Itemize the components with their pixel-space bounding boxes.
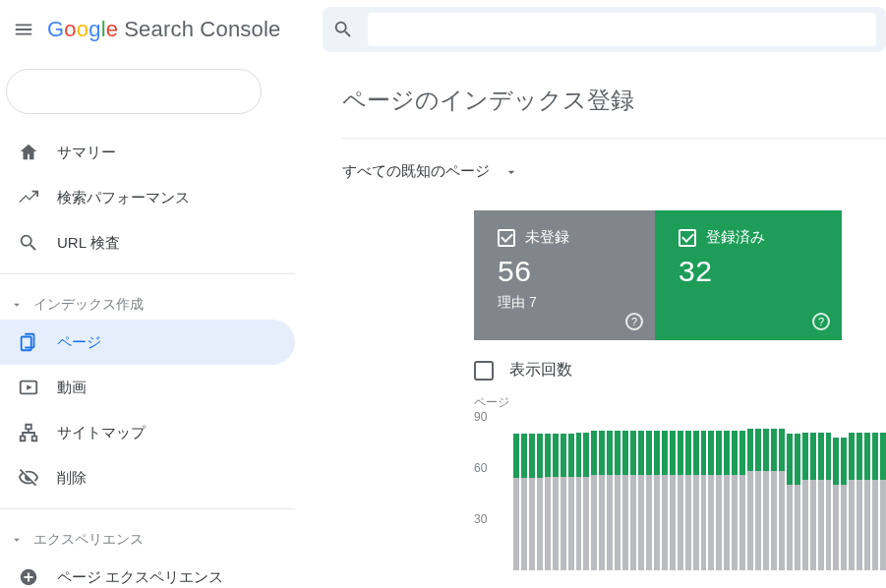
chart-bar [826, 433, 832, 570]
video-icon [18, 377, 39, 398]
chart-bar [810, 433, 816, 570]
chart-bar [521, 434, 527, 570]
divider [0, 273, 295, 274]
sidebar-item-label: サイトマップ [57, 424, 146, 442]
google-logo: Google [47, 17, 118, 42]
chart-bar [732, 431, 738, 570]
filter-label: すべての既知のページ [342, 162, 490, 181]
visibility-off-icon [18, 467, 39, 489]
checkbox-checked-icon [498, 229, 515, 247]
chart-bar [763, 429, 769, 570]
card-subtext: 理由 7 [498, 294, 631, 312]
chart: ページ 306090 [474, 394, 886, 570]
chart-bar [622, 431, 628, 570]
chart-bar [545, 434, 551, 570]
chart-bar [599, 431, 605, 570]
section-toggle-indexing[interactable]: インデックス作成 [0, 282, 295, 320]
chart-bar [864, 433, 870, 570]
status-cards: 未登録 56 理由 7 ? 登録済み 32 ? [474, 210, 886, 340]
chart-bar [615, 431, 620, 570]
chart-bar [716, 431, 722, 570]
chart-bar [513, 434, 519, 570]
property-selector[interactable] [6, 69, 262, 114]
chart-bar [849, 433, 855, 570]
info-icon[interactable]: ? [625, 313, 643, 330]
chart-bar [553, 434, 559, 570]
chart-bar [638, 431, 644, 570]
divider [0, 508, 295, 509]
chart-bar [856, 433, 862, 570]
card-value: 32 [679, 255, 818, 288]
chart-bar [880, 433, 886, 570]
chart-bar [646, 431, 652, 570]
sidebar-item-label: ページ エクスペリエンス [57, 568, 223, 587]
chart-bar [795, 434, 800, 570]
chart-bar [662, 431, 668, 570]
search-bar[interactable] [323, 7, 887, 52]
sidebar-item-pages[interactable]: ページ [0, 320, 295, 365]
sidebar-item-label: ページ [57, 333, 101, 352]
chart-bar [537, 434, 543, 570]
sidebar: サマリー 検索パフォーマンス URL 検査 インデックス作成 ページ 動画 サイ… [0, 59, 295, 588]
app-logo[interactable]: Google Search Console [47, 17, 281, 42]
pages-icon [18, 331, 39, 353]
chart-y-title: ページ [474, 394, 886, 411]
y-tick-label: 90 [474, 410, 487, 424]
chart-bar [701, 431, 707, 570]
page-filter-dropdown[interactable]: すべての既知のページ [342, 139, 886, 210]
home-icon [18, 142, 39, 163]
chart-bar [708, 431, 714, 570]
sidebar-item-page-experience[interactable]: ページ エクスペリエンス [0, 555, 295, 588]
page-title: ページのインデックス登録 [342, 59, 886, 138]
section-toggle-experience[interactable]: エクスペリエンス [0, 517, 295, 555]
sidebar-item-sitemap[interactable]: サイトマップ [0, 410, 295, 455]
chart-bar [561, 434, 566, 570]
sidebar-item-url-inspect[interactable]: URL 検査 [0, 220, 295, 265]
chevron-down-icon [503, 164, 519, 180]
chart-bar [678, 431, 683, 570]
chart-bar [576, 433, 582, 570]
chart-bar [529, 434, 535, 570]
sidebar-item-label: URL 検査 [57, 234, 120, 253]
chart-bar [693, 431, 699, 570]
chart-bar [787, 434, 793, 570]
checkbox-checked-icon [679, 229, 696, 247]
chart-bar [779, 429, 785, 570]
card-value: 56 [498, 255, 631, 288]
chart-bar [872, 433, 878, 570]
sidebar-item-label: 削除 [57, 469, 87, 488]
chart-bar [630, 431, 636, 570]
magnifier-icon [18, 232, 39, 254]
chart-bar [747, 429, 753, 570]
sidebar-item-label: サマリー [57, 144, 116, 162]
chart-bars [513, 417, 886, 570]
sidebar-item-video[interactable]: 動画 [0, 365, 295, 410]
impressions-toggle-row[interactable]: 表示回数 [474, 340, 886, 394]
sidebar-item-removals[interactable]: 削除 [0, 455, 295, 500]
y-tick-label: 60 [474, 461, 487, 475]
sidebar-item-summary[interactable]: サマリー [0, 130, 295, 175]
checkbox-unchecked-icon[interactable] [474, 361, 494, 381]
sidebar-item-performance[interactable]: 検索パフォーマンス [0, 175, 295, 220]
impressions-label: 表示回数 [509, 360, 572, 381]
search-icon [332, 19, 354, 40]
card-indexed[interactable]: 登録済み 32 ? [655, 210, 842, 340]
section-label: インデックス作成 [33, 296, 144, 314]
sidebar-item-label: 動画 [57, 379, 87, 397]
card-label: 登録済み [706, 228, 765, 247]
card-not-indexed[interactable]: 未登録 56 理由 7 ? [474, 210, 655, 340]
chevron-down-icon [10, 298, 24, 312]
search-input[interactable] [368, 13, 877, 46]
hamburger-menu-button[interactable] [0, 6, 47, 53]
sitemap-icon [18, 422, 39, 443]
circle-plus-icon [18, 566, 39, 588]
chart-bar [841, 438, 847, 570]
section-label: エクスペリエンス [33, 531, 144, 549]
trend-icon [18, 187, 39, 208]
chart-bar [739, 431, 745, 570]
chart-bar [670, 431, 676, 570]
chart-bar [771, 429, 777, 570]
chart-bar [568, 434, 574, 570]
info-icon[interactable]: ? [812, 313, 830, 330]
chart-bar [591, 431, 597, 570]
